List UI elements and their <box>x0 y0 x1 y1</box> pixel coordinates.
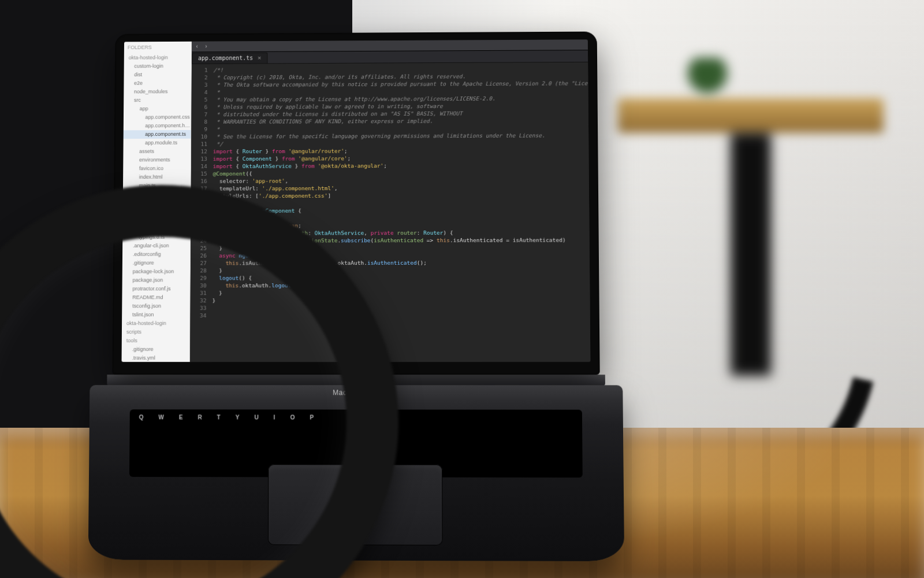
sidebar-item[interactable]: app.module.ts <box>124 139 191 147</box>
photo-scene: FOLDERS okta-hosted-logincustom-logindis… <box>0 0 924 578</box>
sidebar-item[interactable]: assets <box>123 147 191 156</box>
sidebar-item[interactable]: src <box>124 96 191 105</box>
background-table <box>618 98 884 133</box>
tab-app-component-ts[interactable]: app.component.ts × <box>192 53 267 64</box>
nav-forward-icon[interactable]: › <box>204 44 210 50</box>
sidebar-item[interactable]: index.html <box>123 173 191 181</box>
sidebar-item[interactable]: app.component.html <box>124 121 191 130</box>
background-plant <box>676 58 739 110</box>
sidebar-item[interactable]: node_modules <box>124 87 191 96</box>
nav-back-icon[interactable]: ‹ <box>195 44 201 50</box>
sidebar-item[interactable]: environments <box>123 155 191 164</box>
sidebar-item[interactable]: app.component.css <box>124 113 191 121</box>
sidebar-item[interactable]: app <box>124 105 191 113</box>
tab-label: app.component.ts <box>198 53 253 64</box>
sidebar-item[interactable]: custom-login <box>124 62 191 71</box>
sidebar-item[interactable]: okta-hosted-login <box>124 53 191 62</box>
sidebar-item[interactable]: favicon.ico <box>123 164 191 173</box>
sidebar-item[interactable]: app.component.ts <box>124 130 191 139</box>
close-icon[interactable]: × <box>258 53 262 64</box>
sidebar-item[interactable]: e2e <box>124 79 191 87</box>
sidebar-header: FOLDERS <box>124 42 191 54</box>
sidebar-item[interactable]: dist <box>124 71 191 79</box>
